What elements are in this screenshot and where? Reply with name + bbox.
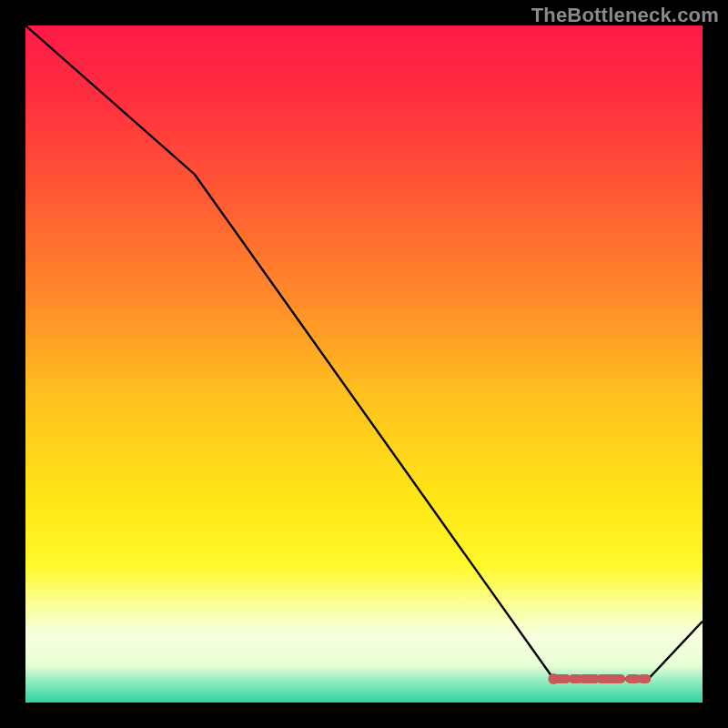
background-gradient — [25, 25, 703, 703]
chart-stage: TheBottleneck.com — [0, 0, 728, 728]
plot-area — [25, 25, 703, 703]
chart-svg — [25, 25, 703, 703]
watermark-text: TheBottleneck.com — [531, 4, 719, 27]
